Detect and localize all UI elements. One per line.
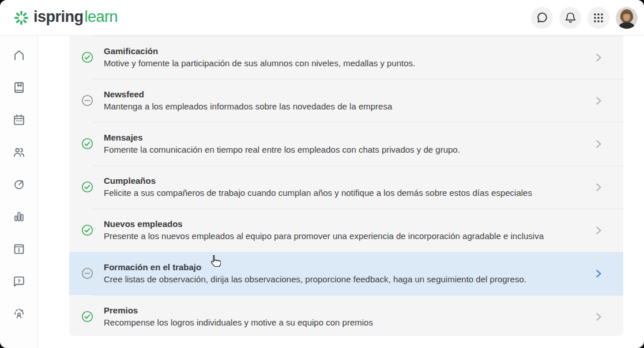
feature-row[interactable]: Premios Recompense los logros individual… (69, 295, 623, 336)
messages-button[interactable] (531, 7, 553, 29)
feature-text: Premios Recompense los logros individual… (104, 304, 373, 329)
grid-dots-icon (593, 12, 604, 24)
chevron-right-icon[interactable] (593, 96, 607, 106)
ispring-learn-logo[interactable]: ispringlearn (14, 9, 118, 27)
feature-text: Mensajes Fomente la comunicación en tiem… (104, 131, 460, 156)
screen: ispringlearn (0, 0, 644, 348)
feature-text: Gamificación Motive y fomente la partici… (104, 45, 415, 70)
feature-title: Cumpleaños (104, 175, 532, 187)
minus-circle-icon (81, 267, 93, 279)
feature-description: Fomente la comunicación en tiempo real e… (104, 143, 460, 156)
bar-chart-icon (12, 210, 26, 224)
chevron-right-icon[interactable] (593, 225, 607, 236)
sidebar-item-reports[interactable] (0, 201, 38, 233)
check-circle-icon (81, 311, 93, 323)
sidebar-item-goals[interactable] (0, 168, 38, 201)
bell-icon (564, 12, 577, 24)
feature-row[interactable]: Nuevos empleados Presente a los nuevos e… (69, 209, 623, 252)
info-panel-icon (12, 242, 26, 256)
feature-title: Mensajes (104, 131, 460, 143)
sidebar-item-courses[interactable] (0, 71, 38, 104)
sidebar-item-help[interactable]: ? (0, 265, 38, 297)
app-window: ispringlearn (0, 0, 644, 348)
feature-row[interactable]: Gamificación Motive y fomente la partici… (69, 36, 623, 79)
person-gauge-icon (12, 307, 26, 320)
users-icon (12, 145, 26, 159)
help-bubble-icon: ? (12, 274, 26, 288)
target-arrow-icon (12, 177, 26, 191)
sidebar-item-home[interactable] (0, 39, 38, 71)
chevron-right-icon[interactable] (593, 52, 607, 63)
chevron-right-icon[interactable] (593, 139, 607, 149)
avatar[interactable] (616, 7, 638, 29)
feature-row[interactable]: Newsfeed Mantenga a los empleados inform… (69, 79, 623, 122)
minus-circle-icon (81, 94, 93, 107)
feature-row[interactable]: Mensajes Fomente la comunicación en tiem… (69, 122, 623, 165)
apps-button[interactable] (587, 7, 609, 29)
avatar-image (616, 7, 638, 29)
chevron-right-icon[interactable] (593, 268, 607, 279)
logo-brand: ispring (33, 8, 84, 25)
feature-text: Newsfeed Mantenga a los empleados inform… (104, 88, 392, 113)
check-circle-icon (81, 224, 93, 236)
sidebar-nav: ? (0, 36, 38, 348)
check-circle-icon (81, 138, 93, 150)
feature-description: Cree listas de observación, dirija las o… (104, 273, 526, 286)
feature-text: Formación en el trabajo Cree listas de o… (104, 261, 526, 286)
sidebar-item-calendar[interactable] (0, 104, 38, 136)
feature-title: Gamificación (104, 45, 415, 57)
chevron-right-icon[interactable] (593, 312, 607, 322)
feature-title: Nuevos empleados (104, 218, 544, 230)
notifications-button[interactable] (559, 7, 581, 29)
feature-text: Cumpleaños Felicite a sus compañeros de … (104, 175, 532, 199)
features-list: Gamificación Motive y fomente la partici… (69, 36, 623, 336)
feature-description: Presente a los nuevos empleados al equip… (104, 230, 544, 243)
feature-description: Felicite a sus compañeros de trabajo cua… (104, 187, 532, 199)
chevron-right-icon[interactable] (593, 182, 607, 192)
top-bar: ispringlearn (0, 0, 644, 36)
logo-text: ispringlearn (33, 9, 118, 27)
feature-title: Premios (104, 304, 373, 316)
ispring-burst-icon (14, 10, 29, 25)
feature-title: Formación en el trabajo (104, 261, 526, 273)
sidebar-item-people[interactable] (0, 136, 38, 168)
book-icon (12, 81, 26, 94)
feature-row[interactable]: Formación en el trabajo Cree listas de o… (69, 252, 623, 295)
header-actions (531, 7, 638, 29)
logo-product: learn (85, 8, 118, 25)
check-circle-icon (81, 181, 93, 193)
check-circle-icon (81, 51, 93, 63)
svg-text:?: ? (17, 278, 21, 284)
feature-description: Recompense los logros individuales y mot… (104, 316, 373, 329)
chat-bubble-icon (536, 12, 548, 24)
feature-row[interactable]: Cumpleaños Felicite a sus compañeros de … (69, 165, 623, 209)
feature-description: Motive y fomente la participación de sus… (104, 57, 415, 70)
calendar-icon (12, 113, 26, 127)
sidebar-item-observation[interactable] (0, 297, 38, 330)
feature-description: Mantenga a los empleados informados sobr… (104, 100, 392, 113)
feature-title: Newsfeed (104, 88, 392, 100)
sidebar-item-info[interactable] (0, 233, 38, 265)
home-icon (12, 48, 26, 62)
feature-text: Nuevos empleados Presente a los nuevos e… (104, 218, 544, 243)
